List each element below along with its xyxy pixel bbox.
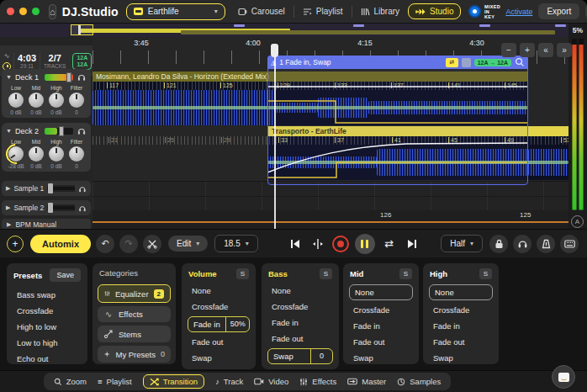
support-chat-button[interactable] bbox=[552, 365, 575, 389]
deck1-level-meter[interactable] bbox=[45, 74, 73, 81]
toolbar-track[interactable]: ♪ Track bbox=[215, 377, 243, 386]
preset-item[interactable]: Low to high bbox=[7, 335, 87, 351]
toolbar-zoom[interactable]: Zoom bbox=[54, 377, 87, 386]
close-window-button[interactable] bbox=[7, 8, 14, 15]
headphones-icon[interactable] bbox=[77, 72, 87, 82]
transition-length-dropdown[interactable]: 18.5 ▾ bbox=[214, 235, 257, 252]
zoom-in-button[interactable]: + bbox=[520, 43, 535, 57]
headphones-icon[interactable] bbox=[77, 126, 87, 135]
bass-option[interactable]: Crossfade bbox=[262, 299, 339, 315]
transition-list-button[interactable] bbox=[462, 58, 471, 67]
keyboard-shortcuts-button[interactable] bbox=[560, 235, 579, 253]
deck2-low-knob[interactable] bbox=[8, 146, 24, 162]
headphones-icon[interactable] bbox=[78, 204, 87, 213]
collapse-chevron-icon[interactable]: ▼ bbox=[6, 128, 12, 134]
high-option[interactable]: Fade out bbox=[423, 334, 499, 350]
category-effects[interactable]: ∿ Effects bbox=[98, 306, 171, 322]
cue-button[interactable] bbox=[513, 235, 531, 253]
high-option[interactable]: Swap bbox=[423, 350, 499, 366]
skip-to-start-button[interactable] bbox=[287, 236, 304, 252]
split-button[interactable] bbox=[143, 235, 161, 253]
preset-item[interactable]: Crossfade bbox=[7, 303, 87, 319]
deck2-level-meter[interactable] bbox=[45, 128, 73, 135]
split-at-playhead-button[interactable] bbox=[309, 236, 326, 252]
record-button[interactable] bbox=[332, 236, 349, 252]
nav-playlist[interactable]: Playlist bbox=[296, 4, 350, 19]
preset-item[interactable]: High to low bbox=[7, 319, 87, 335]
transition-swap-button[interactable]: ⇄ bbox=[446, 58, 458, 67]
volume-option-value[interactable]: 50% bbox=[225, 317, 249, 331]
mid-option[interactable]: Fade out bbox=[343, 334, 419, 350]
bass-option-value[interactable]: 0 bbox=[310, 349, 332, 363]
high-solo-button[interactable]: S bbox=[479, 268, 492, 279]
volume-option-selected[interactable]: Fade in 50% bbox=[188, 316, 250, 332]
mid-option[interactable]: Swap bbox=[343, 350, 419, 366]
deck2-mid-knob[interactable] bbox=[29, 146, 44, 162]
export-button[interactable]: Export bbox=[538, 3, 579, 19]
autogain-button[interactable]: A bbox=[571, 215, 584, 228]
category-stems[interactable]: Stems bbox=[98, 326, 171, 342]
bpm-lane[interactable]: 126 125 bbox=[93, 210, 568, 229]
deck2-filter-knob[interactable] bbox=[69, 146, 84, 162]
toolbar-master[interactable]: Master bbox=[347, 377, 386, 386]
pause-button[interactable] bbox=[355, 234, 375, 254]
category-my-presets[interactable]: My Presets 0 bbox=[98, 346, 171, 363]
minimap-viewport[interactable] bbox=[71, 24, 93, 35]
zoom-out-button[interactable]: − bbox=[501, 43, 516, 57]
preset-item[interactable]: Bass swap bbox=[7, 287, 87, 303]
volume-option[interactable]: Crossfade bbox=[182, 299, 256, 315]
minimize-window-button[interactable] bbox=[19, 8, 27, 15]
deck1-high-knob[interactable] bbox=[49, 93, 64, 108]
nav-carousel[interactable]: Carousel bbox=[231, 4, 292, 19]
undo-button[interactable]: ↶ bbox=[96, 235, 114, 253]
deck2-high-knob[interactable] bbox=[49, 146, 64, 162]
high-option-selected[interactable]: None bbox=[429, 284, 493, 300]
deck1-track-title[interactable]: Mosimann, Leandro Da Silva - Horizon (Ex… bbox=[93, 72, 528, 82]
nudge-left-button[interactable]: « bbox=[538, 43, 553, 57]
deck2-automation-curves[interactable] bbox=[267, 137, 528, 181]
mid-option-selected[interactable]: None bbox=[349, 284, 413, 300]
save-preset-button[interactable]: Save bbox=[50, 268, 81, 282]
time-ruler[interactable]: 3:45 4:00 4:15 4:30 bbox=[93, 37, 568, 50]
toolbar-transition[interactable]: Transition bbox=[143, 374, 204, 389]
volume-solo-button[interactable]: S bbox=[236, 268, 249, 279]
home-button[interactable]: ⌂ bbox=[49, 4, 56, 19]
deck1-low-knob[interactable] bbox=[8, 93, 24, 108]
high-option[interactable]: Fade in bbox=[423, 318, 499, 334]
sample1-volume-slider[interactable] bbox=[47, 185, 75, 192]
category-equalizer[interactable]: Equalizer 2 bbox=[98, 284, 171, 303]
mix-overview-minimap[interactable] bbox=[0, 24, 587, 37]
transition-header[interactable]: ◮ 1 Fade in, Swap ⇄ 12A → 12A bbox=[267, 56, 528, 69]
toolbar-effects[interactable]: Effects bbox=[299, 377, 336, 386]
bass-option-selected[interactable]: Swap 0 bbox=[267, 348, 333, 364]
headphones-icon[interactable] bbox=[78, 184, 87, 193]
mid-option[interactable]: Crossfade bbox=[343, 302, 419, 318]
mid-solo-button[interactable]: S bbox=[399, 268, 412, 279]
activate-link[interactable]: Activate bbox=[505, 8, 532, 16]
deck1-mid-knob[interactable] bbox=[29, 93, 44, 108]
playhead-handle[interactable] bbox=[271, 44, 278, 57]
toolbar-samples[interactable]: Samples bbox=[397, 377, 441, 386]
high-option[interactable]: Crossfade bbox=[423, 302, 499, 318]
skip-to-end-button[interactable] bbox=[404, 236, 420, 252]
automix-button[interactable]: Automix bbox=[30, 235, 91, 253]
speed-dropdown[interactable]: Half ▾ bbox=[441, 235, 483, 252]
toolbar-video[interactable]: Video bbox=[254, 377, 288, 386]
loop-button[interactable]: ⇄ bbox=[381, 236, 398, 252]
magnifier-icon[interactable] bbox=[515, 57, 525, 67]
preset-item[interactable]: Echo out bbox=[7, 351, 87, 367]
metronome-button[interactable] bbox=[537, 235, 555, 253]
add-track-button[interactable]: + bbox=[7, 236, 24, 252]
zoom-window-button[interactable] bbox=[32, 8, 40, 15]
bass-option[interactable]: Fade in bbox=[262, 315, 339, 331]
mid-option[interactable]: Fade in bbox=[343, 318, 419, 334]
bass-solo-button[interactable]: S bbox=[320, 268, 332, 279]
deck1-automation-curves[interactable] bbox=[267, 84, 528, 126]
sample2-volume-slider[interactable] bbox=[47, 204, 75, 211]
nav-library[interactable]: Library bbox=[354, 4, 407, 19]
nav-studio[interactable]: Studio bbox=[408, 3, 461, 19]
bass-option[interactable]: Fade out bbox=[262, 331, 339, 347]
volume-option[interactable]: None bbox=[182, 283, 256, 299]
redo-button[interactable]: ↷ bbox=[119, 235, 138, 253]
collapse-chevron-icon[interactable]: ▼ bbox=[6, 74, 12, 80]
